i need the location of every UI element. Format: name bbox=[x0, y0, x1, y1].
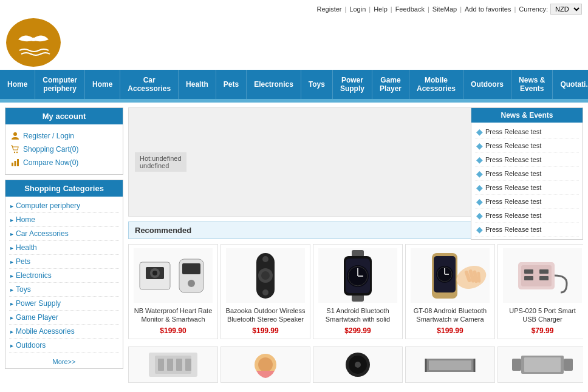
product-usb-charger[interactable]: UPS-020 5 Port Smart USB Charger $79.99 bbox=[497, 244, 583, 339]
svg-point-14 bbox=[188, 280, 195, 287]
cat-computer-periphery[interactable]: Computer periphery bbox=[9, 199, 119, 213]
top-bar: Register | Login | Help | Feedback | Sit… bbox=[0, 0, 588, 18]
my-account-title: My account bbox=[5, 108, 123, 124]
product-name-5: UPS-020 5 Port Smart USB Charger bbox=[502, 306, 583, 324]
content-area: My account Register / Login Shopping Car… bbox=[0, 103, 588, 390]
currency-select[interactable]: NZD USD EUR AUD bbox=[550, 4, 582, 15]
feedback-link[interactable]: Feedback bbox=[395, 5, 425, 13]
sitemap-link[interactable]: SiteMap bbox=[432, 5, 457, 13]
compare-now-item[interactable]: Compare Now(0) bbox=[10, 156, 118, 169]
nav-computer-periphery[interactable]: Computerperiphery bbox=[35, 70, 85, 99]
cat-game-player[interactable]: Game Player bbox=[9, 311, 119, 325]
cat-mobile-acessories[interactable]: Mobile Acessories bbox=[9, 325, 119, 339]
news-item-7[interactable]: ◆Press Release test bbox=[475, 209, 579, 223]
nav-toys[interactable]: Toys bbox=[301, 70, 333, 99]
product-row2-5[interactable] bbox=[497, 346, 583, 383]
news-item-4[interactable]: ◆Press Release test bbox=[475, 167, 579, 181]
my-account-box: My account Register / Login Shopping Car… bbox=[5, 107, 123, 175]
nav-car-accessories[interactable]: CarAccessories bbox=[120, 70, 179, 99]
currency-label: Currency: bbox=[519, 5, 548, 13]
svg-rect-13 bbox=[182, 263, 200, 274]
login-link[interactable]: Login bbox=[349, 5, 366, 13]
news-events-box: News & Events ◆Press Release test ◆Press… bbox=[471, 107, 583, 240]
product-android-watch[interactable]: S1 Android Bluetooth Smartwtach with sol… bbox=[313, 244, 403, 339]
help-link[interactable]: Help bbox=[374, 5, 388, 13]
cat-outdoors[interactable]: Outdoors bbox=[9, 339, 119, 353]
nav-home2[interactable]: Home bbox=[85, 70, 120, 99]
svg-rect-5 bbox=[12, 163, 13, 166]
product-name-3: S1 Android Bluetooth Smartwtach with sol… bbox=[317, 306, 398, 324]
cat-pets[interactable]: Pets bbox=[9, 255, 119, 269]
product-img-heart-rate bbox=[134, 248, 213, 303]
cat-electronics[interactable]: Electronics bbox=[9, 269, 119, 283]
news-item-3[interactable]: ◆Press Release test bbox=[475, 153, 579, 167]
svg-rect-41 bbox=[524, 269, 533, 274]
register-login-item[interactable]: Register / Login bbox=[10, 129, 118, 143]
svg-point-3 bbox=[14, 152, 15, 153]
svg-point-4 bbox=[16, 152, 18, 153]
nav-health[interactable]: Health bbox=[179, 70, 216, 99]
svg-rect-40 bbox=[521, 265, 552, 286]
product-img-charger bbox=[503, 248, 582, 303]
svg-point-17 bbox=[261, 271, 270, 280]
svg-rect-7 bbox=[17, 159, 19, 166]
nav-electronics[interactable]: Electronics bbox=[247, 70, 301, 99]
nav-home[interactable]: Home bbox=[0, 70, 35, 99]
sidebar: My account Register / Login Shopping Car… bbox=[5, 107, 123, 385]
compare-now-label: Compare Now(0) bbox=[23, 158, 78, 167]
product-name-1: NB Waterproof Heart Rate Monitor & Smart… bbox=[132, 306, 214, 324]
news-item-6[interactable]: ◆Press Release test bbox=[475, 195, 579, 209]
logo[interactable] bbox=[6, 18, 61, 67]
favorites-link[interactable]: Add to favorites bbox=[465, 5, 511, 13]
product-img-gt08 bbox=[411, 248, 490, 303]
nav-power-supply[interactable]: PowerSupply bbox=[333, 70, 372, 99]
product-price-5: $79.99 bbox=[502, 326, 583, 335]
header bbox=[0, 18, 588, 70]
product-row2-2[interactable] bbox=[220, 346, 310, 383]
register-link[interactable]: Register bbox=[317, 5, 342, 13]
cat-toys[interactable]: Toys bbox=[9, 283, 119, 297]
svg-rect-61 bbox=[524, 357, 561, 372]
product-row2-1[interactable] bbox=[128, 346, 218, 383]
product-img-android-watch bbox=[318, 248, 397, 303]
product-row2-4[interactable] bbox=[405, 346, 495, 383]
my-account-content: Register / Login Shopping Cart(0) Compar… bbox=[5, 124, 123, 174]
product-heart-rate-monitor[interactable]: NB Waterproof Heart Rate Monitor & Smart… bbox=[128, 244, 218, 339]
news-item-8[interactable]: ◆Press Release test bbox=[475, 223, 579, 237]
svg-point-2 bbox=[13, 132, 17, 136]
svg-rect-43 bbox=[539, 269, 549, 274]
product-name-2: Bazooka Outdoor Wireless Bluetooth Stere… bbox=[225, 306, 306, 324]
svg-rect-47 bbox=[158, 359, 164, 371]
news-item-2[interactable]: ◆Press Release test bbox=[475, 139, 579, 153]
nav-game-player[interactable]: GamePlayer bbox=[372, 70, 409, 99]
cat-health[interactable]: Health bbox=[9, 241, 119, 255]
news-item-1[interactable]: ◆Press Release test bbox=[475, 125, 579, 139]
shopping-categories-box: Shopping Categories Computer periphery H… bbox=[5, 180, 123, 369]
banner-text: Hot:undefinedundefined bbox=[135, 152, 186, 172]
news-events-title: News & Events bbox=[471, 108, 583, 123]
chart-icon bbox=[10, 158, 20, 167]
shopping-categories-title: Shopping Categories bbox=[5, 180, 123, 197]
cat-home[interactable]: Home bbox=[9, 213, 119, 227]
nav-pets[interactable]: Pets bbox=[216, 70, 247, 99]
nav-quotation[interactable]: Quotati... bbox=[553, 70, 588, 99]
product-gt08-smartwatch[interactable]: GT-08 Android Bluetooth Smartwatch w Cam… bbox=[405, 244, 495, 339]
news-list: ◆Press Release test ◆Press Release test … bbox=[471, 123, 583, 239]
product-row2-3[interactable] bbox=[313, 346, 403, 383]
cat-car-accessories[interactable]: Car Accessories bbox=[9, 227, 119, 241]
nav-mobile-acessories[interactable]: MobileAcessories bbox=[409, 70, 463, 99]
product-price-1: $199.90 bbox=[132, 326, 214, 335]
recommended-products-row2 bbox=[128, 344, 583, 385]
cat-power-supply[interactable]: Power Supply bbox=[9, 297, 119, 311]
nav-news-events[interactable]: News &Events bbox=[511, 70, 553, 99]
recommended-title: Recommended bbox=[135, 226, 191, 235]
product-price-2: $199.99 bbox=[225, 326, 306, 335]
main-nav: Home Computerperiphery Home CarAccessori… bbox=[0, 70, 588, 99]
nav-outdoors[interactable]: Outdoors bbox=[463, 70, 511, 99]
more-categories-link[interactable]: More>> bbox=[5, 355, 123, 368]
shopping-cart-item[interactable]: Shopping Cart(0) bbox=[10, 143, 118, 156]
svg-point-11 bbox=[152, 271, 157, 275]
product-bluetooth-speaker[interactable]: Bazooka Outdoor Wireless Bluetooth Stere… bbox=[220, 244, 310, 339]
cart-icon bbox=[10, 144, 20, 154]
news-item-5[interactable]: ◆Press Release test bbox=[475, 181, 579, 195]
